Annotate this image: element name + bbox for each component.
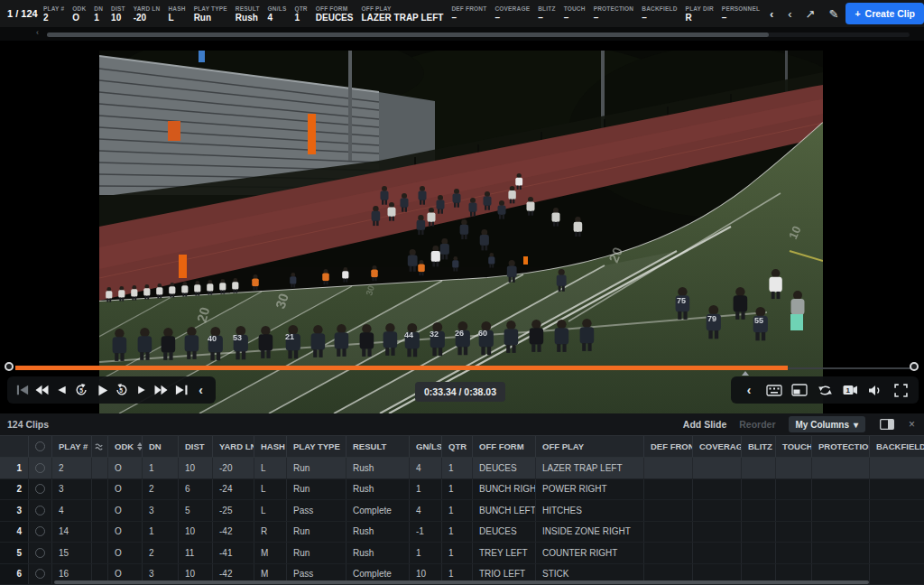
- field-play-dir: PLAY DIRR: [686, 5, 714, 23]
- timeline-progress[interactable]: [15, 366, 788, 370]
- chevron-left-icon[interactable]: ‹: [788, 7, 791, 21]
- checkbox-circle-icon[interactable]: [35, 506, 45, 515]
- header-coverage[interactable]: COVERAGE: [693, 436, 742, 457]
- camera-angle-icon[interactable]: 1: [841, 381, 859, 399]
- header-qtr[interactable]: QTR: [442, 436, 473, 457]
- field-play-number: PLAY #2: [43, 5, 64, 23]
- table-row[interactable]: 5 15 O 2 11 -41 M Run Rush 1 1 TREY LEFT…: [0, 543, 924, 564]
- checkbox-circle-icon[interactable]: [35, 548, 45, 558]
- field-off-form: OFF FORMDEUCES: [316, 5, 354, 23]
- skip-previous-icon[interactable]: [13, 380, 32, 400]
- time-display: 0:33.34 / 0:38.03: [415, 382, 505, 402]
- field-backfield: BACKFIELD–: [642, 5, 677, 23]
- row-checkbox[interactable]: [29, 543, 52, 563]
- header-hash[interactable]: HASH: [254, 436, 287, 457]
- checkbox-circle-icon[interactable]: [35, 484, 45, 494]
- field-gnls: GN/LS4: [268, 5, 287, 23]
- header-angles[interactable]: [92, 436, 108, 457]
- light-pole: [348, 51, 352, 161]
- header-backfield[interactable]: BACKFIELD: [870, 436, 924, 457]
- field-protection: PROTECTION–: [594, 5, 634, 23]
- picture-in-picture-icon[interactable]: [790, 381, 808, 399]
- row-checkbox[interactable]: [29, 564, 52, 585]
- loop-icon[interactable]: [816, 381, 834, 399]
- reorder-button[interactable]: Reorder: [739, 419, 775, 430]
- row-checkbox[interactable]: [29, 522, 52, 543]
- timeline-start-handle[interactable]: [5, 362, 14, 371]
- table-row[interactable]: 4 14 O 1 10 -42 R Run Rush -1 1 DEUCES I…: [0, 522, 924, 543]
- my-columns-dropdown[interactable]: My Columns ▾: [789, 416, 865, 432]
- header-yard-ln[interactable]: YARD LN: [213, 436, 254, 457]
- close-icon[interactable]: ×: [909, 418, 915, 431]
- field-def-front: DEF FRONT–: [451, 5, 486, 23]
- svg-text:44: 44: [404, 330, 413, 339]
- header-off-play[interactable]: OFF PLAY: [536, 436, 644, 457]
- table-row[interactable]: 3 4 O 3 5 -25 L Pass Complete 4 1 BUNCH …: [0, 500, 924, 522]
- header-gnls[interactable]: GN/LS: [410, 436, 442, 457]
- scroll-left-chevron-icon[interactable]: ‹: [36, 28, 39, 37]
- orange-pylon: [179, 255, 187, 278]
- fullscreen-icon[interactable]: [892, 381, 910, 399]
- hudl-film-review-app: 1 / 124 PLAY #2 ODKO DN1 DIST10 YARD LN-…: [0, 0, 924, 585]
- panel-toggle-icon[interactable]: [878, 415, 896, 433]
- keyboard-shortcuts-icon[interactable]: [765, 381, 783, 399]
- header-dn[interactable]: DN: [143, 436, 179, 457]
- header-dist[interactable]: DIST: [179, 436, 213, 457]
- header-select-all[interactable]: [29, 436, 52, 457]
- checkbox-circle-icon[interactable]: [35, 569, 45, 579]
- collapse-controls-chevron-icon[interactable]: ‹: [191, 380, 210, 400]
- row-checkbox[interactable]: [29, 458, 52, 478]
- scrollbar-thumb[interactable]: [47, 32, 769, 37]
- table-horizontal-scrollbar[interactable]: [54, 580, 869, 584]
- rewind-icon[interactable]: [32, 380, 51, 400]
- checkbox-circle-icon[interactable]: [35, 463, 45, 473]
- seek-timeline[interactable]: [0, 361, 924, 377]
- telestration-pen-icon[interactable]: ✎: [829, 7, 839, 21]
- header-def-front[interactable]: DEF FRONT: [644, 436, 693, 457]
- arrow-up-right-icon[interactable]: ↗: [806, 7, 816, 21]
- fast-forward-icon[interactable]: [152, 380, 171, 400]
- field-play-type: PLAY TYPERun: [194, 5, 227, 23]
- play-metadata-bar: 1 / 124 PLAY #2 ODKO DN1 DIST10 YARD LN-…: [0, 0, 924, 27]
- table-row[interactable]: 1 2 O 1 10 -20 L Run Rush 4 1 DEUCES LAZ…: [0, 458, 924, 479]
- metadata-collapse-chevron-icon[interactable]: ‹: [762, 7, 781, 21]
- play-clip-icon[interactable]: [132, 380, 151, 400]
- header-odk[interactable]: ODK: [108, 436, 143, 457]
- field-coverage: COVERAGE–: [494, 5, 530, 23]
- row-checkbox[interactable]: [29, 479, 52, 500]
- step-back-icon[interactable]: [52, 380, 71, 400]
- add-slide-button[interactable]: Add Slide: [683, 419, 726, 430]
- header-play-number[interactable]: PLAY #: [52, 436, 92, 457]
- spectator: [199, 51, 205, 62]
- field-result: RESULTRush: [236, 5, 260, 23]
- play-icon[interactable]: [92, 380, 111, 400]
- header-touch[interactable]: TOUCH: [776, 436, 812, 457]
- timeline-remaining[interactable]: [788, 367, 912, 369]
- header-blitz[interactable]: BLITZ: [742, 436, 776, 457]
- expand-chevron-icon[interactable]: ‹: [740, 381, 758, 399]
- field-hash: HASHL: [168, 5, 185, 23]
- game-film-frame[interactable]: 20 30 30 20 10: [99, 51, 823, 413]
- header-protection[interactable]: PROTECTION: [812, 436, 870, 457]
- checkbox-circle-icon[interactable]: [35, 441, 45, 451]
- topbar-icon-group: ‹ ↗ ✎: [788, 7, 838, 21]
- create-clip-button[interactable]: + Create Clip: [845, 3, 924, 24]
- svg-text:21: 21: [285, 332, 294, 341]
- row-checkbox[interactable]: [29, 500, 52, 521]
- skip-next-icon[interactable]: [171, 380, 190, 400]
- seek-forward-5-icon[interactable]: 5: [112, 380, 131, 400]
- header-play-type[interactable]: PLAY TYPE: [287, 436, 346, 457]
- clip-counter: 1 / 124: [7, 8, 43, 19]
- volume-icon[interactable]: [866, 381, 884, 399]
- metadata-fields: PLAY #2 ODKO DN1 DIST10 YARD LN-20 HASHL…: [43, 0, 762, 27]
- clips-table-section: 124 Clips Add Slide Reorder My Columns ▾…: [0, 413, 924, 585]
- table-row[interactable]: 2 3 O 2 6 -24 L Run Rush 1 1 BUNCH RIGHT…: [0, 479, 924, 501]
- football-field-scene: 20 30 30 20 10: [99, 51, 823, 413]
- svg-text:26: 26: [455, 329, 464, 338]
- timeline-end-handle[interactable]: [910, 362, 919, 371]
- seek-back-5-icon[interactable]: 5: [72, 380, 91, 400]
- header-result[interactable]: RESULT: [346, 436, 410, 457]
- angles-wave-icon: [95, 442, 105, 451]
- checkbox-circle-icon[interactable]: [35, 526, 45, 536]
- header-off-form[interactable]: OFF FORM: [473, 436, 536, 457]
